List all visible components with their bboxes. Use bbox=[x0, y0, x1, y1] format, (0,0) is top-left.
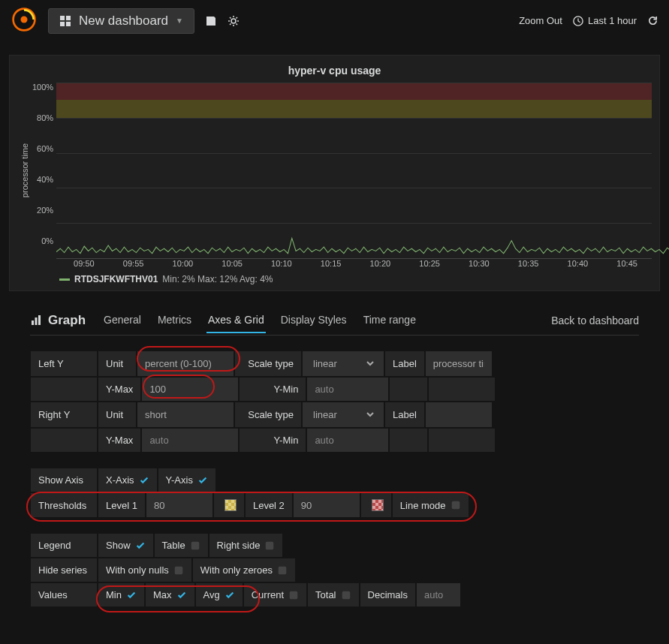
svg-rect-9 bbox=[35, 317, 38, 325]
hide-zeroes-toggle[interactable]: With only zeroes bbox=[192, 558, 296, 582]
left-y-label: Left Y bbox=[30, 351, 98, 377]
legend-swatch bbox=[59, 278, 70, 281]
threshold-2-input[interactable] bbox=[293, 492, 360, 518]
x-axis-ticks: 09:5009:5510:0010:0510:1010:1510:2010:25… bbox=[59, 259, 652, 268]
series-line bbox=[56, 83, 669, 258]
svg-point-1 bbox=[21, 17, 28, 23]
y-axis-toggle[interactable]: Y-Axis bbox=[158, 468, 216, 492]
values-max-toggle[interactable]: Max bbox=[145, 582, 195, 607]
refresh-button[interactable] bbox=[647, 15, 658, 26]
unit-label: Unit bbox=[98, 351, 137, 377]
svg-rect-17 bbox=[342, 591, 350, 599]
chart-area[interactable]: processor time 100% 80% 60% 40% 20% 0% bbox=[17, 83, 652, 259]
hide-nulls-toggle[interactable]: With only nulls bbox=[98, 558, 192, 582]
grafana-logo-icon[interactable] bbox=[11, 6, 38, 35]
left-y-scale-select[interactable]: linear bbox=[302, 351, 384, 377]
svg-rect-12 bbox=[191, 541, 199, 549]
chevron-down-icon: ▼ bbox=[176, 17, 183, 25]
tab-display-styles[interactable]: Display Styles bbox=[279, 308, 348, 333]
svg-rect-4 bbox=[60, 22, 65, 26]
legend-stats: Min: 2% Max: 12% Avg: 4% bbox=[162, 274, 273, 284]
hide-series-label: Hide series bbox=[30, 558, 98, 582]
topbar: New dashboard ▼ Zoom Out Last 1 hour bbox=[0, 0, 669, 41]
bar-chart-icon bbox=[30, 314, 42, 327]
settings-button[interactable] bbox=[228, 15, 240, 27]
right-y-unit-input[interactable] bbox=[137, 402, 234, 428]
svg-rect-8 bbox=[32, 320, 34, 325]
tab-general[interactable]: General bbox=[102, 308, 143, 333]
values-label: Values bbox=[30, 582, 98, 607]
panel-title: hyper-v cpu usage bbox=[17, 60, 652, 83]
zoom-out-button[interactable]: Zoom Out bbox=[519, 15, 562, 26]
label-label: Label bbox=[384, 351, 425, 377]
scale-type-label: Scale type bbox=[234, 351, 302, 377]
threshold-1-input[interactable] bbox=[146, 492, 213, 518]
threshold-1-color[interactable] bbox=[213, 492, 245, 518]
right-y-label: Right Y bbox=[30, 402, 98, 428]
editor-section-title: Graph bbox=[30, 313, 86, 328]
dashboard-picker[interactable]: New dashboard ▼ bbox=[48, 8, 194, 34]
graph-panel: hyper-v cpu usage processor time 100% 80… bbox=[9, 55, 660, 291]
show-axis-label: Show Axis bbox=[30, 468, 98, 492]
legend-show-toggle[interactable]: Show bbox=[98, 533, 154, 558]
tab-metrics[interactable]: Metrics bbox=[156, 308, 193, 333]
line-mode-toggle[interactable]: Line mode bbox=[392, 492, 469, 518]
right-y-scale-select[interactable]: linear bbox=[302, 402, 384, 428]
time-range-label: Last 1 hour bbox=[588, 15, 637, 26]
left-y-unit-input[interactable] bbox=[137, 351, 234, 377]
right-y-min-input[interactable] bbox=[306, 428, 389, 453]
left-y-min-input[interactable] bbox=[306, 377, 389, 402]
tab-axes-grid[interactable]: Axes & Grid bbox=[206, 308, 266, 333]
values-total-toggle[interactable]: Total bbox=[307, 582, 359, 607]
decimals-input[interactable] bbox=[416, 582, 461, 607]
svg-rect-16 bbox=[290, 591, 298, 599]
editor-tabs: General Metrics Axes & Grid Display Styl… bbox=[102, 308, 417, 333]
dashboard-title: New dashboard bbox=[79, 14, 168, 29]
thresholds-form: Show Axis X-Axis Y-Axis Thresholds Level… bbox=[30, 468, 639, 518]
tab-time-range[interactable]: Time range bbox=[362, 308, 417, 333]
svg-rect-15 bbox=[279, 566, 287, 574]
plot-area bbox=[56, 83, 652, 259]
time-range-picker[interactable]: Last 1 hour bbox=[573, 15, 637, 26]
y-axis-label: processor time bbox=[17, 143, 32, 197]
axes-form: Left Y Unit Scale type linear Label Y-Ma… bbox=[30, 351, 639, 453]
svg-point-6 bbox=[231, 19, 236, 23]
values-current-toggle[interactable]: Current bbox=[243, 582, 307, 607]
panel-editor: Graph General Metrics Axes & Grid Displa… bbox=[0, 294, 669, 621]
legend-table-toggle[interactable]: Table bbox=[154, 533, 209, 558]
left-y-max-input[interactable] bbox=[141, 377, 239, 402]
clock-icon bbox=[573, 16, 583, 26]
svg-rect-10 bbox=[38, 315, 41, 325]
svg-rect-14 bbox=[175, 566, 183, 574]
legend-right-toggle[interactable]: Right side bbox=[209, 533, 284, 558]
threshold-2-color[interactable] bbox=[360, 492, 392, 518]
ymin-label: Y-Min bbox=[239, 377, 306, 402]
save-button[interactable] bbox=[205, 15, 217, 27]
right-y-label-input[interactable] bbox=[425, 402, 493, 428]
legend: RTDSJFKWFTHV01 Min: 2% Max: 12% Avg: 4% bbox=[17, 268, 652, 284]
ymax-label: Y-Max bbox=[98, 377, 141, 402]
svg-rect-11 bbox=[451, 501, 460, 510]
x-axis-toggle[interactable]: X-Axis bbox=[98, 468, 158, 492]
svg-rect-2 bbox=[60, 16, 65, 20]
legend-series-name[interactable]: RTDSJFKWFTHV01 bbox=[74, 274, 158, 284]
thresholds-label: Thresholds bbox=[30, 492, 98, 518]
grid-icon bbox=[59, 15, 71, 27]
left-y-label-input[interactable] bbox=[425, 351, 493, 377]
right-y-max-input[interactable] bbox=[141, 428, 239, 453]
legend-label: Legend bbox=[30, 533, 98, 558]
svg-rect-3 bbox=[66, 16, 71, 20]
back-to-dashboard-link[interactable]: Back to dashboard bbox=[551, 314, 639, 327]
legend-form: Legend Show Table Right side Hide series… bbox=[30, 533, 639, 607]
values-avg-toggle[interactable]: Avg bbox=[195, 582, 243, 607]
values-min-toggle[interactable]: Min bbox=[98, 582, 145, 607]
svg-rect-5 bbox=[66, 22, 71, 26]
svg-rect-13 bbox=[266, 541, 274, 549]
y-axis-ticks: 100% 80% 60% 40% 20% 0% bbox=[32, 83, 56, 259]
